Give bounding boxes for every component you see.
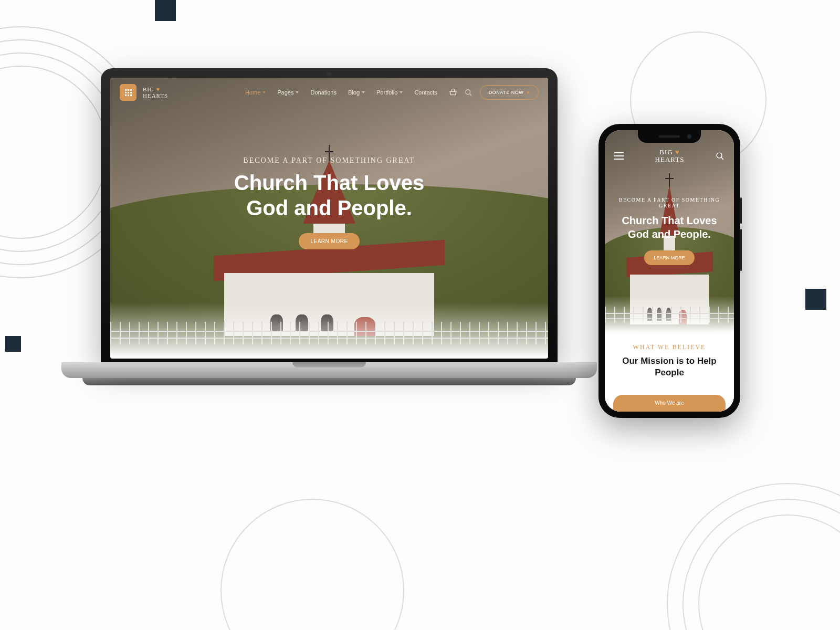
- navbar: BIG ♥ HEARTS Home Pages Donations: [110, 78, 548, 107]
- heart-icon: ♥: [675, 148, 680, 156]
- nav-item-home[interactable]: Home: [245, 89, 266, 96]
- laptop-base: [61, 362, 597, 378]
- svg-line-1: [469, 93, 471, 96]
- section-title: Our Mission is to Help People: [615, 355, 723, 379]
- brand-logo[interactable]: BIG ♥ HEARTS: [655, 149, 685, 164]
- brand-logo[interactable]: BIG ♥ HEARTS: [143, 86, 168, 99]
- menu-grid-button[interactable]: [120, 84, 136, 101]
- brand-line1: BIG: [659, 148, 673, 156]
- hero-fade: [110, 302, 548, 359]
- bg-square: [805, 289, 826, 310]
- hero-title-line2: God and People.: [246, 196, 412, 219]
- hamburger-icon: [614, 152, 624, 153]
- chevron-down-icon: [296, 91, 299, 93]
- phone-notch: [638, 130, 701, 143]
- phone-mockup: BIG ♥ HEARTS BECOME A PART OF SOMETHING …: [598, 124, 740, 418]
- nav-label: Pages: [277, 89, 293, 96]
- search-icon: [465, 89, 472, 97]
- hero-title-line1: Church That Loves: [622, 215, 717, 226]
- heart-icon: ♥: [527, 90, 530, 95]
- hero-eyebrow: BECOME A PART OF SOMETHING GREAT: [612, 197, 727, 208]
- nav-label: Home: [245, 89, 260, 96]
- svg-point-0: [466, 89, 470, 94]
- phone-hero: BIG ♥ HEARTS BECOME A PART OF SOMETHING …: [605, 130, 734, 333]
- laptop-hinge-notch: [292, 362, 366, 368]
- hamburger-menu-button[interactable]: [614, 152, 624, 160]
- nav-label: Donations: [310, 89, 337, 96]
- learn-more-button[interactable]: LEARN MORE: [644, 250, 695, 265]
- hero-content: BECOME A PART OF SOMETHING GREAT Church …: [110, 156, 548, 249]
- chevron-down-icon: [362, 91, 365, 93]
- brand-line2: HEARTS: [143, 92, 168, 99]
- hero-title-line2: God and People.: [628, 228, 711, 240]
- laptop-screen: BIG ♥ HEARTS Home Pages Donations: [110, 78, 548, 359]
- nav-item-blog[interactable]: Blog: [348, 89, 365, 96]
- grid-icon: [125, 89, 132, 96]
- learn-more-button[interactable]: LEARN MORE: [299, 233, 359, 249]
- section-title-line1: Our Mission is to Help: [622, 356, 716, 366]
- phone-screen: BIG ♥ HEARTS BECOME A PART OF SOMETHING …: [605, 130, 734, 412]
- cart-button[interactable]: [449, 88, 457, 97]
- phone-camera-icon: [687, 134, 691, 139]
- search-icon: [716, 152, 724, 161]
- basket-icon: [449, 88, 457, 97]
- nav-item-contacts[interactable]: Contacts: [414, 89, 437, 96]
- nav-item-portfolio[interactable]: Portfolio: [376, 89, 403, 96]
- hero-title: Church That Loves God and People.: [612, 214, 727, 241]
- phone-speaker: [659, 135, 680, 138]
- donate-label: DONATE NOW: [489, 90, 523, 95]
- section-eyebrow: WHAT WE BELIEVE: [615, 343, 723, 351]
- phone-hero-content: BECOME A PART OF SOMETHING GREAT Church …: [605, 197, 734, 265]
- hero-eyebrow: BECOME A PART OF SOMETHING GREAT: [110, 156, 548, 165]
- svg-line-3: [721, 157, 723, 159]
- laptop-mockup: BIG ♥ HEARTS Home Pages Donations: [101, 68, 558, 385]
- nav-menu: Home Pages Donations Blog: [245, 89, 437, 96]
- nav-label: Portfolio: [376, 89, 397, 96]
- bg-square: [5, 336, 21, 352]
- brand-line2: HEARTS: [655, 155, 685, 163]
- brand-line1: BIG: [143, 86, 154, 92]
- phone-side-button: [740, 197, 742, 224]
- nav-label: Blog: [348, 89, 360, 96]
- phone-side-button: [740, 229, 742, 271]
- nav-item-pages[interactable]: Pages: [277, 89, 299, 96]
- who-we-are-tab[interactable]: Who We are: [613, 395, 726, 412]
- bg-circles-bottom-right: [667, 483, 840, 630]
- nav-label: Contacts: [414, 89, 437, 96]
- hero-title-line1: Church That Loves: [234, 171, 424, 194]
- bg-square: [155, 0, 176, 21]
- hero-title: Church That Loves God and People.: [110, 170, 548, 220]
- laptop-camera-icon: [327, 72, 331, 76]
- laptop-foot: [82, 378, 576, 385]
- hero-fade: [605, 296, 734, 332]
- phone-mission-section: WHAT WE BELIEVE Our Mission is to Help P…: [605, 333, 734, 412]
- bg-circle-bottom-left: [220, 499, 404, 630]
- search-button[interactable]: [716, 152, 724, 161]
- svg-point-2: [717, 153, 722, 158]
- donate-button[interactable]: DONATE NOW ♥: [480, 85, 539, 100]
- section-title-line2: People: [655, 368, 684, 377]
- chevron-down-icon: [262, 91, 266, 93]
- heart-icon: ♥: [156, 86, 161, 92]
- chevron-down-icon: [400, 91, 403, 93]
- nav-item-donations[interactable]: Donations: [310, 89, 337, 96]
- laptop-frame: BIG ♥ HEARTS Home Pages Donations: [101, 68, 558, 362]
- search-button[interactable]: [465, 89, 472, 97]
- nav-icons: DONATE NOW ♥: [449, 85, 539, 100]
